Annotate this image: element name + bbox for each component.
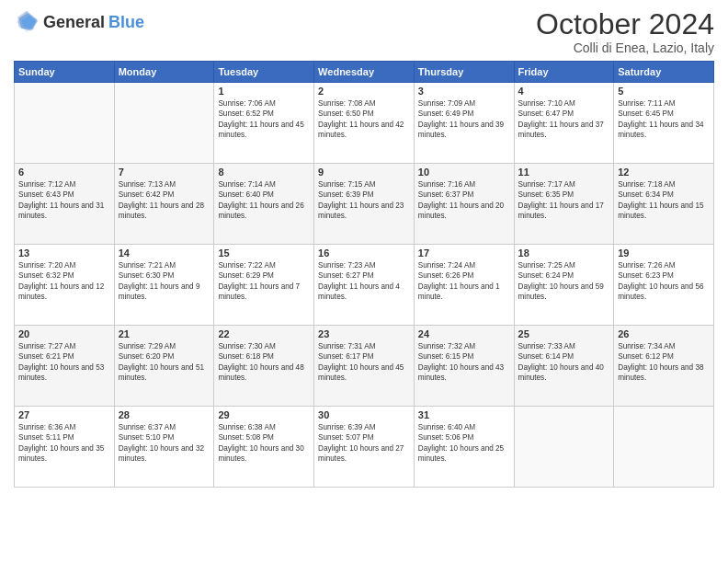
day-number: 13 (18, 247, 110, 259)
logo: GeneralBlue (14, 9, 144, 35)
day-info: Sunrise: 7:16 AMSunset: 6:37 PMDaylight:… (418, 179, 510, 222)
day-info: Sunrise: 7:18 AMSunset: 6:34 PMDaylight:… (618, 179, 710, 222)
day-info: Sunrise: 7:12 AMSunset: 6:43 PMDaylight:… (18, 179, 110, 222)
calendar-cell: 17Sunrise: 7:24 AMSunset: 6:26 PMDayligh… (414, 245, 514, 326)
day-number: 24 (418, 328, 510, 339)
day-info: Sunrise: 7:29 AMSunset: 6:20 PMDaylight:… (119, 341, 210, 384)
calendar-cell: 12Sunrise: 7:18 AMSunset: 6:34 PMDayligh… (614, 164, 714, 245)
day-number: 3 (418, 86, 510, 97)
day-number: 9 (318, 167, 410, 178)
calendar-cell: 3Sunrise: 7:09 AMSunset: 6:49 PMDaylight… (414, 83, 514, 164)
calendar-cell (614, 407, 714, 488)
day-info: Sunrise: 7:25 AMSunset: 6:24 PMDaylight:… (518, 260, 610, 303)
calendar-cell: 22Sunrise: 7:30 AMSunset: 6:18 PMDayligh… (214, 326, 314, 407)
day-info: Sunrise: 7:13 AMSunset: 6:42 PMDaylight:… (119, 179, 210, 222)
calendar-cell: 14Sunrise: 7:21 AMSunset: 6:30 PMDayligh… (114, 245, 214, 326)
calendar-table: SundayMondayTuesdayWednesdayThursdayFrid… (14, 61, 714, 488)
day-number: 25 (518, 328, 610, 339)
day-info: Sunrise: 7:11 AMSunset: 6:45 PMDaylight:… (618, 98, 710, 141)
calendar-cell: 23Sunrise: 7:31 AMSunset: 6:17 PMDayligh… (314, 326, 415, 407)
day-info: Sunrise: 7:09 AMSunset: 6:49 PMDaylight:… (418, 98, 510, 141)
day-info: Sunrise: 6:39 AMSunset: 5:07 PMDaylight:… (318, 422, 410, 465)
calendar-cell: 25Sunrise: 7:33 AMSunset: 6:14 PMDayligh… (514, 326, 614, 407)
day-info: Sunrise: 7:32 AMSunset: 6:15 PMDaylight:… (418, 341, 510, 384)
day-info: Sunrise: 6:38 AMSunset: 5:08 PMDaylight:… (218, 422, 310, 465)
weekday-header-tuesday: Tuesday (214, 62, 314, 83)
day-number: 12 (618, 167, 710, 178)
day-number: 14 (119, 247, 210, 259)
calendar-cell: 6Sunrise: 7:12 AMSunset: 6:43 PMDaylight… (15, 164, 115, 245)
day-number: 20 (18, 328, 110, 339)
day-info: Sunrise: 7:17 AMSunset: 6:35 PMDaylight:… (518, 179, 610, 222)
calendar-cell: 15Sunrise: 7:22 AMSunset: 6:29 PMDayligh… (214, 245, 314, 326)
calendar-cell: 11Sunrise: 7:17 AMSunset: 6:35 PMDayligh… (514, 164, 614, 245)
calendar-cell: 10Sunrise: 7:16 AMSunset: 6:37 PMDayligh… (414, 164, 514, 245)
calendar-cell: 24Sunrise: 7:32 AMSunset: 6:15 PMDayligh… (414, 326, 514, 407)
calendar-cell: 21Sunrise: 7:29 AMSunset: 6:20 PMDayligh… (114, 326, 214, 407)
calendar-cell (514, 407, 614, 488)
calendar-cell: 9Sunrise: 7:15 AMSunset: 6:39 PMDaylight… (314, 164, 415, 245)
calendar-cell: 26Sunrise: 7:34 AMSunset: 6:12 PMDayligh… (614, 326, 714, 407)
calendar-cell: 19Sunrise: 7:26 AMSunset: 6:23 PMDayligh… (614, 245, 714, 326)
day-number: 7 (119, 167, 210, 178)
calendar-cell: 7Sunrise: 7:13 AMSunset: 6:42 PMDaylight… (114, 164, 214, 245)
calendar-cell: 5Sunrise: 7:11 AMSunset: 6:45 PMDaylight… (614, 83, 714, 164)
calendar-cell: 16Sunrise: 7:23 AMSunset: 6:27 PMDayligh… (314, 245, 415, 326)
day-info: Sunrise: 7:14 AMSunset: 6:40 PMDaylight:… (218, 179, 310, 222)
day-number: 6 (18, 167, 110, 178)
day-number: 8 (218, 167, 310, 178)
day-info: Sunrise: 7:24 AMSunset: 6:26 PMDaylight:… (418, 260, 510, 303)
day-number: 1 (218, 86, 310, 97)
day-number: 21 (119, 328, 210, 339)
week-row-3: 13Sunrise: 7:20 AMSunset: 6:32 PMDayligh… (15, 245, 714, 326)
day-number: 23 (318, 328, 410, 339)
calendar-cell: 1Sunrise: 7:06 AMSunset: 6:52 PMDaylight… (214, 83, 314, 164)
calendar-cell: 13Sunrise: 7:20 AMSunset: 6:32 PMDayligh… (15, 245, 115, 326)
day-number: 2 (318, 86, 410, 97)
calendar-cell: 18Sunrise: 7:25 AMSunset: 6:24 PMDayligh… (514, 245, 614, 326)
calendar-cell: 30Sunrise: 6:39 AMSunset: 5:07 PMDayligh… (314, 407, 415, 488)
day-number: 22 (218, 328, 310, 339)
location-title: Colli di Enea, Lazio, Italy (536, 40, 714, 55)
weekday-header-thursday: Thursday (414, 62, 514, 83)
day-info: Sunrise: 7:21 AMSunset: 6:30 PMDaylight:… (119, 260, 210, 303)
day-info: Sunrise: 7:30 AMSunset: 6:18 PMDaylight:… (218, 341, 310, 384)
day-info: Sunrise: 7:08 AMSunset: 6:50 PMDaylight:… (318, 98, 410, 141)
day-number: 29 (218, 409, 310, 420)
day-info: Sunrise: 7:34 AMSunset: 6:12 PMDaylight:… (618, 341, 710, 384)
day-info: Sunrise: 7:27 AMSunset: 6:21 PMDaylight:… (18, 341, 110, 384)
day-number: 30 (318, 409, 410, 420)
calendar-cell: 4Sunrise: 7:10 AMSunset: 6:47 PMDaylight… (514, 83, 614, 164)
week-row-5: 27Sunrise: 6:36 AMSunset: 5:11 PMDayligh… (15, 407, 714, 488)
day-number: 27 (18, 409, 110, 420)
day-info: Sunrise: 7:20 AMSunset: 6:32 PMDaylight:… (18, 260, 110, 303)
calendar-cell: 8Sunrise: 7:14 AMSunset: 6:40 PMDaylight… (214, 164, 314, 245)
day-number: 15 (218, 247, 310, 259)
calendar-cell: 29Sunrise: 6:38 AMSunset: 5:08 PMDayligh… (214, 407, 314, 488)
calendar-cell: 20Sunrise: 7:27 AMSunset: 6:21 PMDayligh… (15, 326, 115, 407)
day-info: Sunrise: 7:15 AMSunset: 6:39 PMDaylight:… (318, 179, 410, 222)
day-number: 16 (318, 247, 410, 259)
day-number: 28 (119, 409, 210, 420)
month-title: October 2024 (536, 9, 714, 39)
day-info: Sunrise: 7:26 AMSunset: 6:23 PMDaylight:… (618, 260, 710, 303)
calendar-cell: 31Sunrise: 6:40 AMSunset: 5:06 PMDayligh… (414, 407, 514, 488)
day-info: Sunrise: 6:36 AMSunset: 5:11 PMDaylight:… (18, 422, 110, 465)
week-row-1: 1Sunrise: 7:06 AMSunset: 6:52 PMDaylight… (15, 83, 714, 164)
day-info: Sunrise: 7:22 AMSunset: 6:29 PMDaylight:… (218, 260, 310, 303)
logo-general: General (43, 13, 105, 32)
week-row-2: 6Sunrise: 7:12 AMSunset: 6:43 PMDaylight… (15, 164, 714, 245)
calendar-cell (15, 83, 115, 164)
weekday-header-friday: Friday (514, 62, 614, 83)
weekday-header-monday: Monday (114, 62, 214, 83)
weekday-header-wednesday: Wednesday (314, 62, 415, 83)
day-info: Sunrise: 7:33 AMSunset: 6:14 PMDaylight:… (518, 341, 610, 384)
day-info: Sunrise: 6:40 AMSunset: 5:06 PMDaylight:… (418, 422, 510, 465)
calendar-cell: 28Sunrise: 6:37 AMSunset: 5:10 PMDayligh… (114, 407, 214, 488)
logo-icon (14, 9, 40, 35)
logo-blue: Blue (108, 13, 144, 32)
day-number: 5 (618, 86, 710, 97)
day-number: 4 (518, 86, 610, 97)
calendar-cell (114, 83, 214, 164)
day-number: 17 (418, 247, 510, 259)
